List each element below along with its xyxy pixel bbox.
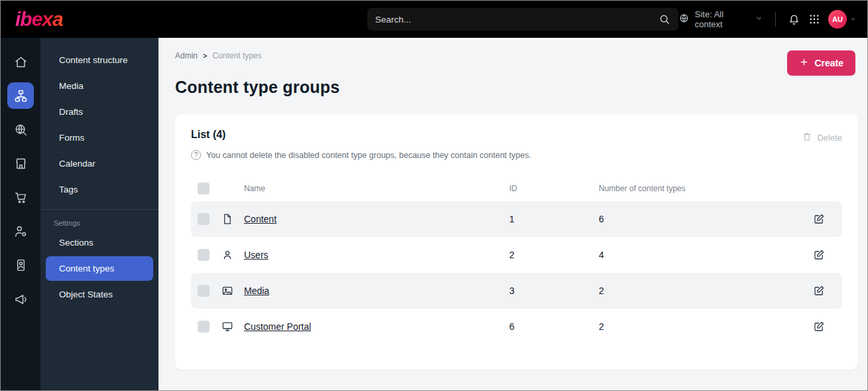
body-row: Content structure Media Drafts Forms Cal… [1,38,867,390]
content-file-icon [221,213,244,225]
topbar: ibexa Site: All context [1,1,867,38]
column-header-id: ID [509,184,599,193]
icon-rail [1,38,40,390]
page-title: Content type groups [175,78,858,97]
avatar[interactable]: AU [828,10,847,29]
sidebar: Content structure Media Drafts Forms Cal… [40,38,158,390]
group-count: 6 [599,214,813,224]
app-grid-icon[interactable] [808,13,820,25]
megaphone-icon[interactable] [7,285,34,312]
breadcrumb-separator: > [203,52,207,60]
group-name-link[interactable]: Content [244,214,509,224]
help-row: ? You cannot delete the disabled content… [191,150,842,160]
list-title: List (4) [191,129,225,141]
chevron-down-icon [849,13,857,25]
app-window: ibexa Site: All context [0,0,868,391]
monitor-icon [221,321,244,333]
row-checkbox[interactable] [198,249,210,261]
search-input[interactable] [375,15,658,25]
sidebar-settings-label: Settings [40,215,158,230]
site-context-label: Site: All context [695,9,749,29]
ibexa-logo[interactable]: ibexa [15,8,63,31]
sidebar-item-object-states[interactable]: Object States [46,282,153,307]
group-id: 3 [509,285,599,296]
group-id: 2 [509,250,599,260]
group-name-link[interactable]: Customer Portal [244,321,509,332]
sidebar-item-tags[interactable]: Tags [46,177,153,202]
breadcrumb: Admin > Content types [175,51,858,60]
logo-area: ibexa [1,8,155,31]
select-all-checkbox[interactable] [198,183,210,195]
group-count: 2 [599,321,813,332]
group-name-link[interactable]: Media [244,285,509,296]
sidebar-item-content-types[interactable]: Content types [46,256,153,281]
edit-icon[interactable] [813,213,842,225]
card-header: List (4) Delete [191,129,842,144]
breadcrumb-admin[interactable]: Admin [175,51,198,60]
list-card: List (4) Delete ? You cannot delete the … [175,114,858,370]
row-checkbox[interactable] [198,321,210,333]
table-row-users: Users 2 4 [191,237,842,273]
row-checkbox[interactable] [198,285,210,297]
user-menu[interactable]: AU [828,10,857,29]
group-id: 6 [509,321,599,332]
user-settings-icon[interactable] [7,218,34,244]
plus-icon [799,57,809,69]
trash-icon [802,131,812,144]
notifications-bell-icon[interactable] [788,13,800,26]
global-search[interactable] [367,8,678,31]
media-image-icon [221,285,244,297]
edit-icon[interactable] [813,321,842,333]
home-icon[interactable] [7,48,34,75]
content-type-groups-table: Name ID Number of content types Content [191,176,842,345]
site-context-selector[interactable]: Site: All context [678,9,763,29]
row-checkbox[interactable] [198,213,210,225]
group-name-link[interactable]: Users [244,250,509,260]
table-body: Content 1 6 Users [191,201,842,345]
storefront-icon[interactable] [7,150,34,177]
sidebar-divider [40,209,158,210]
content-structure-icon[interactable] [7,82,34,109]
cart-icon[interactable] [7,184,34,210]
sidebar-item-content-structure[interactable]: Content structure [46,48,153,72]
chevron-down-icon [755,14,763,25]
table-row-content: Content 1 6 [191,201,842,237]
table-header: Name ID Number of content types [191,176,842,201]
edit-icon[interactable] [813,249,842,261]
sidebar-item-drafts[interactable]: Drafts [46,100,153,124]
column-header-count: Number of content types [599,184,813,193]
topbar-controls: Site: All context AU [678,9,857,29]
group-id: 1 [509,214,599,224]
table-row-customer-portal: Customer Portal 6 2 [191,309,842,345]
group-count: 4 [599,250,813,260]
edit-icon[interactable] [813,285,842,297]
users-icon [221,249,244,261]
sidebar-item-media[interactable]: Media [46,74,153,98]
create-button[interactable]: Create [787,50,855,76]
sidebar-item-sections[interactable]: Sections [46,230,153,255]
search-globe-icon[interactable] [7,116,34,143]
delete-button-label: Delete [817,133,842,143]
badge-icon[interactable] [7,252,34,278]
globe-icon [678,13,690,26]
breadcrumb-current: Content types [212,51,261,60]
topbar-divider [775,12,776,27]
main-content: Admin > Content types Create Content typ… [158,38,867,390]
delete-button[interactable]: Delete [802,129,842,144]
create-button-label: Create [814,58,843,68]
column-header-name: Name [244,184,509,193]
help-icon: ? [191,150,201,160]
help-text: You cannot delete the disabled content t… [206,151,531,160]
sidebar-item-calendar[interactable]: Calendar [46,151,153,176]
table-row-media: Media 3 2 [191,273,842,309]
sidebar-item-forms[interactable]: Forms [46,125,153,150]
search-icon[interactable] [658,13,670,25]
group-count: 2 [599,285,813,296]
